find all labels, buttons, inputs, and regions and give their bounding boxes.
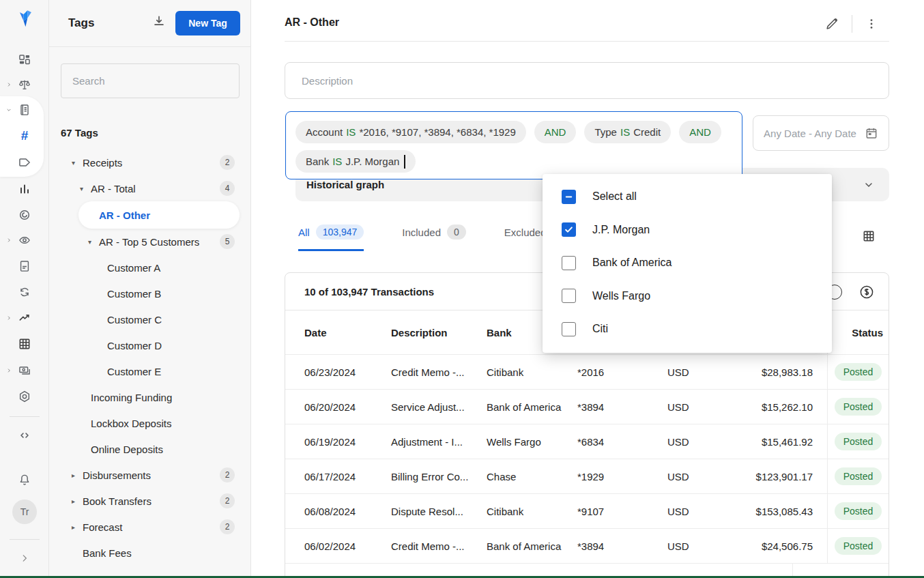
cell-5: $24,506.75 (727, 540, 813, 552)
trend-section[interactable] (0, 306, 49, 330)
checkbox-unchecked-icon[interactable] (562, 322, 576, 336)
sidebar-item-customer-b[interactable]: Customer B (49, 280, 251, 306)
sidebar-item-online-deposits[interactable]: Online Deposits (49, 436, 251, 462)
sidebar-item-book-transfers[interactable]: ▸Book Transfers2 (49, 488, 251, 514)
ledger-section[interactable] (0, 98, 49, 122)
cell-4: USD (667, 540, 727, 552)
document-icon[interactable] (0, 254, 49, 278)
tab-included[interactable]: Included0 (402, 225, 466, 251)
sidebar-item-lockbox-deposits[interactable]: Lockbox Deposits (49, 410, 251, 436)
dollar-circle-icon[interactable] (858, 284, 875, 300)
filter-operator-chip[interactable]: AND (534, 121, 577, 143)
bell-icon[interactable] (0, 467, 49, 492)
donut-chart-icon[interactable] (0, 203, 49, 227)
status-badge: Posted (835, 467, 882, 485)
tag-tree: ▾Receipts2▾AR - Total4AR - Other▾AR - To… (49, 149, 251, 566)
dropdown-option-bank-of-america[interactable]: Bank of America (543, 246, 832, 280)
sidebar-item-customer-e[interactable]: Customer E (49, 358, 251, 384)
code-icon[interactable] (0, 423, 49, 448)
filter-text: Account (306, 126, 343, 138)
checkbox-checked-icon[interactable] (562, 222, 576, 237)
hexagon-icon[interactable] (0, 384, 49, 409)
checkbox-unchecked-icon[interactable] (562, 289, 576, 303)
tab-all[interactable]: All103,947 (298, 225, 364, 251)
eye-section[interactable] (0, 228, 49, 252)
bar-chart-icon[interactable] (0, 177, 49, 201)
cash-icon (18, 364, 31, 377)
chevron-right-icon (6, 237, 12, 243)
checkbox-indeterminate-icon[interactable] (562, 190, 576, 204)
caret-right-icon[interactable]: ▸ (72, 523, 83, 531)
filter-text: Bank (306, 156, 329, 167)
filter-chip-account[interactable]: AccountIS*2016, *9107, *3894, *6834, *19… (295, 121, 526, 143)
tag-label: Customer D (107, 340, 162, 351)
caret-down-icon[interactable]: ▾ (80, 185, 91, 192)
sidebar-item-customer-c[interactable]: Customer C (49, 306, 251, 332)
checkbox-unchecked-icon[interactable] (562, 256, 576, 270)
caret-right-icon[interactable]: ▸ (72, 472, 83, 479)
dropdown-option-j-p-morgan[interactable]: J.P. Morgan (543, 214, 832, 247)
user-avatar[interactable]: Tr (0, 500, 49, 524)
sidebar-item-disbursements[interactable]: ▸Disbursements2 (49, 462, 251, 488)
description-field[interactable] (285, 62, 889, 99)
tag-count-badge: 2 (220, 493, 235, 508)
grid-icon[interactable] (0, 332, 49, 356)
dropdown-option-label: Select all (592, 190, 637, 203)
dropdown-option-select-all[interactable]: Select all (543, 180, 832, 214)
sidebar-item-bank-fees[interactable]: Bank Fees (49, 540, 251, 566)
caret-down-icon[interactable]: ▾ (88, 238, 99, 246)
tag-label: Bank Fees (83, 547, 132, 559)
table-row[interactable]: 06/20/2024Service Adjust...Bank of Ameri… (285, 389, 889, 424)
chevron-down-icon[interactable] (863, 179, 874, 190)
table-row[interactable]: 06/17/2024Billing Error Co...Chase*1929U… (285, 459, 889, 493)
caret-down-icon[interactable]: ▾ (72, 159, 83, 167)
sidebar-item-incoming-funding[interactable]: Incoming Funding (49, 384, 251, 410)
dashboard-icon[interactable] (0, 48, 49, 72)
new-tag-button[interactable]: New Tag (175, 11, 240, 35)
sidebar-item-ar-top-5-customers[interactable]: ▾AR - Top 5 Customers5 (49, 229, 251, 255)
result-tabs: All103,947Included0Excluded0 (298, 225, 571, 251)
sidebar-item-receipts[interactable]: ▾Receipts2 (49, 149, 251, 175)
filter-chip-bank[interactable]: BankISJ.P. Morgan (295, 150, 416, 173)
date-range-picker[interactable]: Any Date - Any Date (753, 115, 889, 151)
cell-1: Service Adjust... (391, 401, 487, 413)
tags-hash-icon[interactable]: # (0, 124, 49, 148)
filter-keyword: AND (689, 126, 711, 138)
sidebar-item-ar-total[interactable]: ▾AR - Total4 (49, 175, 251, 201)
table-body: 06/23/2024Credit Memo -...Citibank*2016U… (285, 354, 889, 578)
table-row[interactable]: 06/23/2024Credit Memo -...Citibank*2016U… (285, 354, 889, 389)
table-row[interactable]: 06/08/2024Dispute Resol...Citibank*9107U… (285, 493, 889, 528)
column-header-status: Status (827, 310, 889, 354)
search-input[interactable] (61, 63, 240, 98)
sync-icon[interactable] (0, 280, 49, 304)
sidebar-item-ar-other[interactable]: AR - Other (78, 201, 240, 229)
export-tags-icon[interactable] (151, 14, 167, 29)
icon-rail: # Tr (0, 0, 49, 578)
cell-0: 06/20/2024 (285, 401, 391, 413)
ledger-icon (18, 103, 31, 117)
cell-0: 06/19/2024 (285, 436, 391, 448)
kebab-menu-icon[interactable] (865, 16, 878, 31)
caret-right-icon[interactable]: ▸ (72, 497, 83, 505)
cash-section[interactable] (0, 358, 49, 383)
table-row[interactable]: 06/19/2024Adjustment - I...Wells Fargo*6… (285, 424, 889, 459)
trovata-logo[interactable] (0, 7, 49, 31)
tab-label: Excluded (504, 227, 547, 238)
filter-chip-type[interactable]: TypeISCredit (584, 121, 671, 143)
filter-rule-box[interactable]: AccountIS*2016, *9107, *3894, *6834, *19… (285, 111, 742, 179)
table-row[interactable]: 06/02/2024Credit Memo -...Bank of Americ… (285, 528, 889, 563)
scales-section[interactable] (0, 72, 49, 97)
edit-pencil-icon[interactable] (824, 16, 839, 31)
sidebar-item-customer-d[interactable]: Customer D (49, 332, 251, 358)
filter-operator-chip[interactable]: AND (679, 121, 721, 143)
tag-label: AR - Total (91, 183, 136, 194)
dropdown-option-wells-fargo[interactable]: Wells Fargo (543, 280, 832, 313)
expand-rail-chevron[interactable] (0, 546, 49, 570)
sidebar-item-forecast[interactable]: ▸Forecast2 (49, 514, 251, 540)
table-view-icon[interactable] (862, 229, 876, 243)
tag-count-badge: 5 (220, 234, 235, 249)
dropdown-option-citi[interactable]: Citi (543, 313, 832, 346)
label-icon[interactable] (0, 150, 49, 175)
sidebar-item-customer-a[interactable]: Customer A (49, 255, 251, 280)
filter-text: Type (594, 126, 617, 138)
